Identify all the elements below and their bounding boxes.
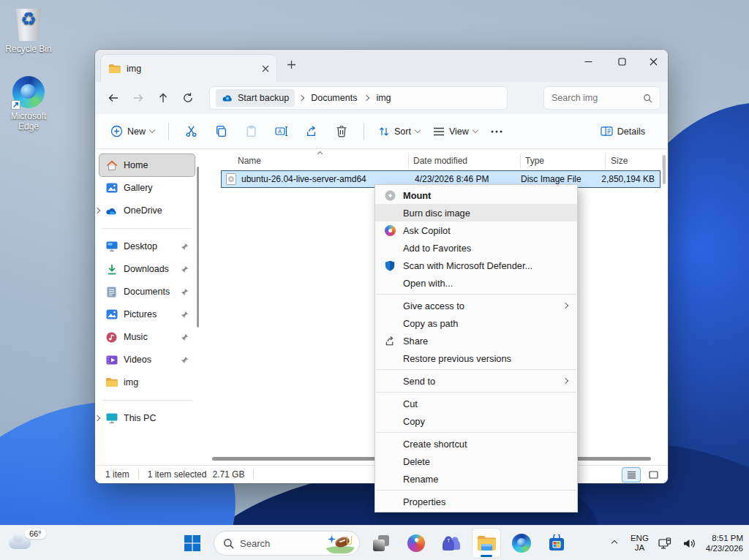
search-input[interactable] — [552, 93, 643, 103]
item-count: 1 item — [105, 469, 129, 480]
breadcrumb-img[interactable]: img — [373, 93, 394, 103]
sidebar-item-downloads[interactable]: Downloads — [99, 258, 195, 280]
sidebar-item-videos[interactable]: Videos — [99, 349, 195, 371]
file-size: 2,850,194 KB — [601, 174, 655, 184]
clock[interactable]: 8:51 PM 4/23/2026 — [706, 533, 743, 553]
tray-chevron-icon[interactable] — [606, 529, 623, 558]
menu-item-give-access-to[interactable]: Give access to — [375, 297, 577, 314]
maximize-button[interactable] — [606, 50, 638, 73]
sports-highlight-widget[interactable] — [325, 533, 355, 553]
weather-widget[interactable]: 66° — [7, 529, 48, 558]
task-view-button[interactable] — [367, 529, 395, 558]
menu-item-properties[interactable]: Properties — [375, 493, 577, 510]
vertical-scrollbar[interactable] — [663, 155, 666, 184]
network-icon[interactable] — [656, 529, 674, 558]
menu-item-ask-copilot[interactable]: Ask Copilot — [375, 222, 577, 239]
sort-button[interactable]: Sort — [372, 119, 426, 144]
menu-item-add-to-favorites[interactable]: Add to Favorites — [375, 239, 577, 257]
file-explorer-button[interactable] — [473, 529, 500, 558]
column-header-name[interactable]: Name — [238, 156, 261, 166]
desktop-icon-recycle-bin[interactable]: ♻ Recycle Bin — [0, 9, 57, 54]
start-button[interactable] — [178, 529, 206, 558]
column-header-size[interactable]: Size — [611, 156, 628, 166]
menu-item-restore-previous-versions[interactable]: Restore previous versions — [375, 349, 577, 367]
tab-close-icon[interactable] — [262, 65, 269, 72]
refresh-icon[interactable] — [176, 86, 200, 110]
list-view-button[interactable] — [622, 468, 640, 482]
teams-button[interactable]: T — [437, 529, 465, 558]
menu-item-cut[interactable]: Cut — [375, 395, 577, 412]
minimize-button[interactable] — [572, 50, 604, 73]
sidebar-item-img[interactable]: img — [99, 371, 195, 393]
view-button[interactable]: View — [426, 119, 484, 144]
sidebar-item-documents[interactable]: Documents — [99, 281, 195, 303]
more-options-button[interactable] — [484, 119, 509, 144]
file-type: Disc Image File — [521, 174, 581, 184]
sidebar-item-desktop[interactable]: Desktop — [99, 235, 195, 257]
menu-item-copy[interactable]: Copy — [375, 412, 577, 430]
sidebar-item-this-pc[interactable]: This PC — [99, 407, 195, 429]
chevron-right-icon[interactable] — [95, 208, 100, 213]
new-tab-button[interactable] — [287, 60, 296, 69]
menu-item-copy-as-path[interactable]: Copy as path — [375, 314, 577, 332]
sidebar-item-onedrive[interactable]: OneDrive — [99, 200, 195, 222]
music-icon — [105, 331, 118, 344]
sidebar-item-label: Pictures — [124, 309, 157, 319]
sidebar-item-music[interactable]: Music — [99, 326, 195, 348]
pin-icon — [181, 243, 189, 251]
desktop-icon-label: Microsoft Edge — [0, 111, 57, 132]
menu-item-send-to[interactable]: Send to — [375, 372, 577, 390]
search-icon[interactable] — [643, 94, 652, 103]
delete-button[interactable] — [327, 119, 356, 144]
menu-item-open-with[interactable]: Open with... — [375, 274, 577, 292]
new-button[interactable]: New — [104, 119, 161, 144]
desktop: ♻ Recycle Bin Microsoft Edge img — [0, 0, 749, 560]
folder-icon — [108, 64, 121, 74]
menu-item-scan-with-defender[interactable]: Scan with Microsoft Defender... — [375, 257, 577, 274]
close-button[interactable] — [639, 50, 668, 73]
new-button-label: New — [127, 126, 146, 137]
sidebar-item-home[interactable]: Home — [99, 154, 195, 176]
volume-icon[interactable] — [681, 529, 699, 558]
menu-item-mount[interactable]: Mount — [375, 186, 577, 204]
column-divider[interactable] — [408, 154, 409, 169]
menu-item-rename[interactable]: Rename — [375, 470, 577, 488]
share-button[interactable] — [297, 119, 327, 144]
store-button[interactable] — [543, 529, 571, 558]
details-button[interactable]: Details — [594, 119, 652, 144]
menu-item-create-shortcut[interactable]: Create shortcut — [375, 435, 577, 453]
chevron-right-icon[interactable] — [95, 415, 100, 421]
breadcrumb-start-backup[interactable]: Start backup — [216, 89, 295, 107]
thumbnail-view-button[interactable] — [644, 468, 662, 482]
copy-button[interactable] — [206, 119, 236, 144]
back-icon[interactable] — [101, 86, 126, 110]
forward-icon[interactable] — [126, 86, 151, 110]
taskbar-search-bar[interactable]: Search — [214, 531, 360, 556]
menu-item-delete[interactable]: Delete — [375, 453, 577, 470]
up-icon[interactable] — [151, 86, 176, 110]
rename-button[interactable]: A — [266, 119, 297, 144]
disc-icon — [383, 188, 397, 203]
breadcrumb-documents[interactable]: Documents — [308, 93, 360, 103]
clock-time: 8:51 PM — [706, 533, 743, 543]
cut-button[interactable] — [176, 119, 206, 144]
menu-item-burn-disc-image[interactable]: Burn disc image — [375, 204, 577, 222]
sidebar-item-gallery[interactable]: Gallery — [99, 177, 195, 199]
tab-img[interactable]: img — [101, 55, 276, 82]
edge-button[interactable] — [508, 529, 535, 558]
paste-button[interactable] — [236, 119, 266, 144]
desktop-icon-microsoft-edge[interactable]: Microsoft Edge — [0, 76, 57, 132]
menu-item-share[interactable]: Share — [375, 332, 577, 349]
sidebar-item-pictures[interactable]: Pictures — [99, 303, 195, 325]
sidebar-item-label: Home — [124, 160, 148, 170]
menu-separator — [376, 369, 576, 370]
column-header-type[interactable]: Type — [525, 156, 544, 166]
column-divider[interactable] — [605, 154, 606, 169]
column-divider[interactable] — [520, 154, 521, 169]
search-label: Search — [240, 538, 319, 549]
videos-icon — [105, 354, 118, 366]
copilot-button[interactable] — [402, 529, 430, 558]
language-indicator[interactable]: ENG JA — [631, 534, 649, 553]
column-header-date-modified[interactable]: Date modified — [413, 156, 467, 166]
chevron-right-icon — [298, 95, 304, 101]
